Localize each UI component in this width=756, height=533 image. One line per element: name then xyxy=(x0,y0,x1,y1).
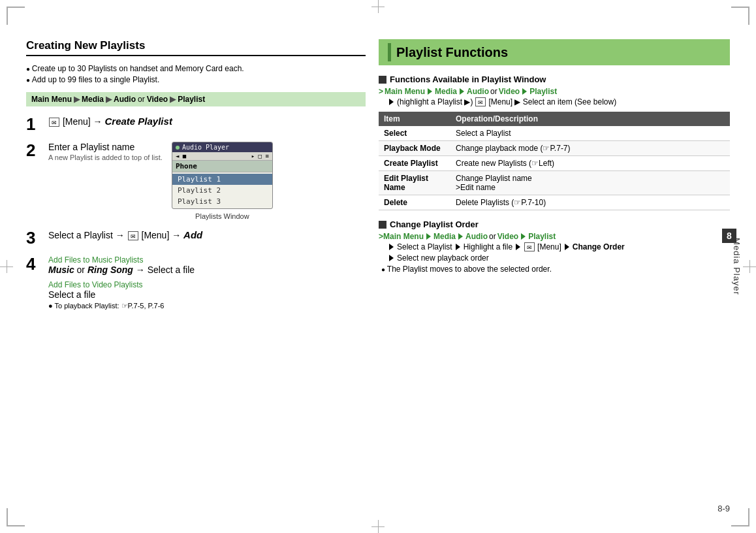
step-1-content: ✉ [Menu] → Create Playlist xyxy=(48,116,366,128)
section-1: Functions Available in Playlist Window >… xyxy=(379,74,730,210)
step-3-content: Select a Playlist → ✉ [Menu] → Add xyxy=(48,229,366,242)
phone-icons-row: ◄ ■ ▸ □ ≡ xyxy=(172,152,272,161)
step-2-content: Enter a Playlist name A new Playlist is … xyxy=(48,142,366,220)
pf-header: Playlist Functions xyxy=(379,39,730,65)
section1-nav1: > Main Menu Media Audio or Video Playlis… xyxy=(379,87,730,96)
right-column: Playlist Functions Functions Available i… xyxy=(379,39,730,494)
step-4-num: 4 xyxy=(26,255,42,272)
subsection-2-header: Change Playlist Order xyxy=(379,219,730,229)
cross-left xyxy=(0,260,13,273)
table-item-playback: Playback Mode xyxy=(379,141,450,156)
table-item-select: Select xyxy=(379,126,450,141)
bullet-item-2: Add up to 99 files to a single Playlist. xyxy=(26,75,366,84)
phone-list-item-2: Playlist 3 xyxy=(172,196,272,207)
step-1-num: 1 xyxy=(26,116,42,133)
step-4-bold2: Ring Song xyxy=(87,265,133,275)
corner-mark-bl xyxy=(7,508,25,526)
nav-video: Video xyxy=(147,95,168,104)
step-3: 3 Select a Playlist → ✉ [Menu] → Add xyxy=(26,229,366,246)
pf-title: Playlist Functions xyxy=(396,45,508,60)
step-1: 1 ✉ [Menu] → Create Playlist xyxy=(26,116,366,133)
table-row-delete: Delete Delete Playlists (☞P.7-10) xyxy=(379,195,730,210)
table-desc-delete: Delete Playlists (☞P.7-10) xyxy=(450,195,730,210)
subsection-1-label: Functions Available in Playlist Window xyxy=(390,74,546,84)
table-row-playback: Playback Mode Change playback mode (☞P.7… xyxy=(379,141,730,156)
nav-playlist: Playlist xyxy=(178,95,205,104)
corner-mark-br xyxy=(731,508,749,526)
phone-caption: Playlists Window xyxy=(172,212,273,220)
subsection-1-header: Functions Available in Playlist Window xyxy=(379,74,730,84)
nav-bar: Main Menu ▶ Media ▶ Audio or Video ▶ Pla… xyxy=(26,92,366,106)
section2-nav1: >Main Menu Media Audio or Video Playlist xyxy=(379,232,730,241)
section2-nav3: Select new playback order xyxy=(388,253,730,263)
bullet-item-1: Create up to 30 Playlists on handset and… xyxy=(26,64,366,73)
phone-title-bar: Audio Player xyxy=(172,142,272,152)
table-row-select: Select Select a Playlist xyxy=(379,126,730,141)
step-1-action: Create Playlist xyxy=(104,116,172,127)
subsection-sq-1 xyxy=(379,76,386,84)
nav-media: Media xyxy=(82,95,104,104)
step-4: 4 Add Files to Music Playlists Music or … xyxy=(26,255,366,310)
main-container: Creating New Playlists Create up to 30 P… xyxy=(26,39,730,494)
phone-list-item-1: Playlist 2 xyxy=(172,185,272,196)
step-2-sub: A new Playlist is added to top of list. xyxy=(48,153,163,161)
section-2: Change Playlist Order >Main Menu Media A… xyxy=(379,219,730,274)
steps-container: 1 ✉ [Menu] → Create Playlist 2 Enter a P… xyxy=(26,116,366,310)
step-4-content: Add Files to Music Playlists Music or Ri… xyxy=(48,255,366,310)
phone-list-item-0: Playlist 1 xyxy=(172,174,272,185)
table-desc-create: Create new Playlists (☞Left) xyxy=(450,156,730,171)
corner-mark-tl xyxy=(7,7,25,25)
bullet-list: Create up to 30 Playlists on handset and… xyxy=(26,64,366,84)
table-header-desc: Operation/Description xyxy=(450,112,730,126)
step-1-menu-label: [Menu] → xyxy=(63,116,105,127)
step-3-num: 3 xyxy=(26,229,42,246)
cross-bottom xyxy=(371,520,385,533)
corner-mark-tr xyxy=(731,7,749,25)
phone-list: Playlist 1 Playlist 2 Playlist 3 xyxy=(172,172,272,208)
step-4-green1: Add Files to Music Playlists xyxy=(48,255,366,265)
section2-nav2: Select a Playlist Highlight a file ✉ [Me… xyxy=(388,242,730,251)
step-3-action: Add xyxy=(183,229,202,240)
subsection-sq-2 xyxy=(379,221,386,229)
step-2-num: 2 xyxy=(26,142,42,159)
table-row-edit: Edit PlaylistName Change Playlist name>E… xyxy=(379,171,730,195)
section2-bullet: The Playlist moves to above the selected… xyxy=(381,265,730,274)
subsection-2-label: Change Playlist Order xyxy=(390,219,479,229)
table-header-item: Item xyxy=(379,112,450,126)
step-3-main: Select a Playlist → xyxy=(48,230,127,240)
menu-icon-3: ✉ xyxy=(128,231,138,240)
side-label: Media Player xyxy=(732,238,742,295)
step-4-bold1: Music xyxy=(48,265,74,275)
page-number: 8-9 xyxy=(717,504,730,513)
section1-nav2: (highlight a Playlist ▶) ✉ [Menu] ▶ Sele… xyxy=(388,97,730,106)
table-row-create: Create Playlist Create new Playlists (☞L… xyxy=(379,156,730,171)
nav-audio: Audio xyxy=(114,95,136,104)
table-item-delete: Delete xyxy=(379,195,450,210)
pf-header-bar xyxy=(388,43,391,61)
step-4-green2: Add Files to Video Playlists xyxy=(48,280,366,289)
cross-top xyxy=(371,0,385,13)
table-desc-playback: Change playback mode (☞P.7-7) xyxy=(450,141,730,156)
left-section-title: Creating New Playlists xyxy=(26,39,366,56)
pf-table: Item Operation/Description Select Select… xyxy=(379,112,730,210)
phone-label: Phone xyxy=(172,161,272,172)
menu-icon-1: ✉ xyxy=(49,118,59,127)
phone-title: Audio Player xyxy=(182,144,229,151)
phone-dot xyxy=(176,146,180,150)
step-4-bullet: ● To playback Playlist: ☞P.7-5, P.7-6 xyxy=(48,302,366,310)
table-desc-select: Select a Playlist xyxy=(450,126,730,141)
nav-main-menu: Main Menu xyxy=(31,95,72,104)
table-item-create: Create Playlist xyxy=(379,156,450,171)
table-desc-edit: Change Playlist name>Edit name xyxy=(450,171,730,195)
left-column: Creating New Playlists Create up to 30 P… xyxy=(26,39,366,494)
phone-mockup: Audio Player ◄ ■ ▸ □ ≡ Phone Playlist 1 … xyxy=(172,142,273,209)
step-2: 2 Enter a Playlist name A new Playlist i… xyxy=(26,142,366,220)
table-item-edit: Edit PlaylistName xyxy=(379,171,450,195)
step-2-main: Enter a Playlist name xyxy=(48,142,163,152)
cross-right xyxy=(743,260,756,273)
